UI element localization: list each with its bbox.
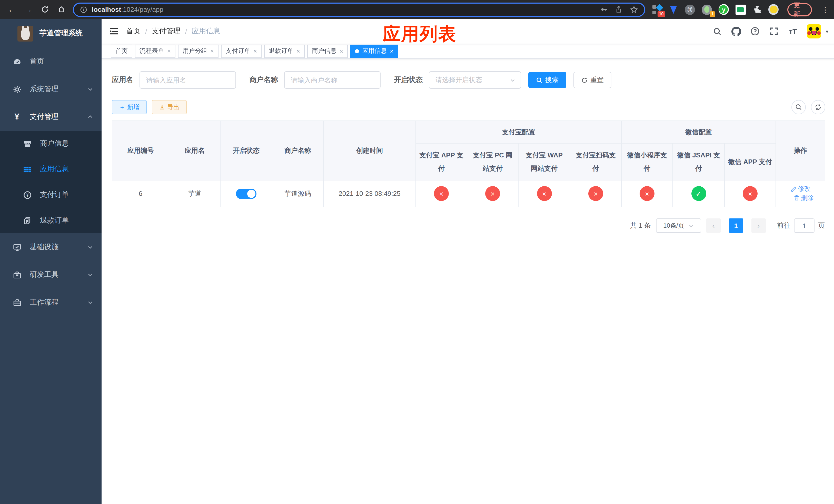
- breadcrumb-payment[interactable]: 支付管理: [152, 27, 180, 36]
- sidebar-item-pay-orders[interactable]: ¥ 支付订单: [0, 182, 102, 208]
- goto-page-input[interactable]: [794, 219, 814, 233]
- add-button[interactable]: ＋ 新增: [112, 100, 147, 114]
- refresh-table-button[interactable]: [811, 100, 825, 114]
- extension-chat-icon[interactable]: [736, 4, 746, 15]
- sidebar-collapse-icon[interactable]: [109, 26, 119, 37]
- add-button-label: 新增: [127, 103, 139, 112]
- col-app-id: 应用编号: [112, 121, 169, 180]
- edit-label: 修改: [798, 185, 811, 193]
- col-wx-mini: 微信小程序支付: [621, 143, 673, 180]
- app-name-input[interactable]: [139, 71, 236, 89]
- site-info-icon[interactable]: [80, 6, 87, 13]
- user-menu-caret-icon[interactable]: ▾: [826, 28, 828, 34]
- tag-merchant-info[interactable]: 商户信息×: [307, 44, 348, 58]
- extension-yudao-icon[interactable]: y: [719, 4, 729, 15]
- fullscreen-icon[interactable]: [769, 26, 779, 37]
- extension-kite-icon[interactable]: [668, 4, 678, 15]
- user-avatar[interactable]: [807, 24, 821, 39]
- breadcrumb-home[interactable]: 首页: [126, 27, 140, 36]
- sidebar-item-label: 研发工具: [30, 270, 87, 279]
- check-icon: ✓: [691, 186, 706, 201]
- sidebar-item-label: 工作流程: [30, 298, 87, 307]
- extension-tray-icon[interactable]: 1: [702, 4, 712, 15]
- export-button[interactable]: 导出: [152, 100, 187, 114]
- toggle-search-button[interactable]: [791, 100, 806, 114]
- close-icon[interactable]: ×: [167, 48, 171, 54]
- close-icon[interactable]: ×: [339, 48, 343, 54]
- sidebar-item-workflow[interactable]: 工作流程: [0, 289, 102, 316]
- sidebar-item-dev-tools[interactable]: 研发工具: [0, 261, 102, 289]
- github-icon[interactable]: [731, 26, 741, 37]
- active-dot: [355, 49, 359, 53]
- emoji-circle: [768, 4, 778, 15]
- sidebar-item-infra[interactable]: 基础设施: [0, 233, 102, 261]
- share-icon[interactable]: [615, 6, 623, 13]
- briefcase-icon: [12, 298, 22, 307]
- status-toggle[interactable]: [236, 188, 257, 199]
- breadcrumb-separator: /: [145, 27, 147, 36]
- tag-pay-orders[interactable]: 支付订单×: [221, 44, 262, 58]
- next-page-button[interactable]: ›: [751, 219, 766, 233]
- reset-button[interactable]: 重置: [573, 72, 611, 88]
- sidebar-logo-row[interactable]: 芋道管理系统: [0, 19, 102, 48]
- sidebar-item-refund-orders[interactable]: 退款订单: [0, 208, 102, 233]
- bookmark-star-icon[interactable]: [630, 5, 638, 14]
- header-search-icon[interactable]: [712, 26, 722, 37]
- delete-link[interactable]: 删除: [793, 193, 814, 202]
- sidebar-item-merchant-info[interactable]: 商户信息: [0, 131, 102, 156]
- help-icon[interactable]: [750, 26, 760, 37]
- sidebar-item-app-info[interactable]: 应用信息: [0, 156, 102, 182]
- status-select[interactable]: 请选择开启状态: [429, 71, 521, 89]
- page-size-select[interactable]: 10条/页: [656, 219, 701, 233]
- cell-app-name: 芋道: [169, 180, 220, 207]
- extensions-menu-icon[interactable]: [752, 4, 762, 15]
- search-button[interactable]: 搜索: [528, 72, 566, 88]
- tag-label: 首页: [115, 47, 128, 55]
- app-title: 芋道管理系统: [40, 29, 83, 38]
- password-key-icon[interactable]: [600, 6, 608, 13]
- browser-back-icon[interactable]: ←: [5, 3, 19, 16]
- close-icon[interactable]: ×: [297, 48, 300, 54]
- avatar-cheek: [807, 31, 811, 35]
- font-size-icon[interactable]: ᴛT: [788, 26, 798, 37]
- extension-badge: 1: [710, 11, 715, 17]
- cell-wx-app: ×: [724, 180, 776, 207]
- gear-icon: [12, 85, 22, 94]
- browser-forward-icon[interactable]: →: [22, 3, 35, 16]
- tag-refund-orders[interactable]: 退款订单×: [264, 44, 305, 58]
- tag-process-form[interactable]: 流程表单×: [135, 44, 175, 58]
- blue-diamond: [656, 4, 663, 11]
- close-icon[interactable]: ×: [254, 48, 257, 54]
- close-icon[interactable]: ×: [210, 48, 214, 54]
- current-page-button[interactable]: 1: [729, 219, 743, 233]
- browser-menu-icon[interactable]: ⋮: [822, 5, 829, 14]
- chat-square: [736, 4, 746, 15]
- sidebar-item-label: 支付订单: [40, 190, 69, 200]
- chevron-down-icon: [688, 223, 694, 228]
- url-bar[interactable]: localhost:1024/pay/app: [73, 2, 645, 17]
- browser-reload-icon[interactable]: [38, 3, 51, 16]
- extension-grid-icon[interactable]: 10: [653, 4, 662, 15]
- chevron-down-icon: [510, 77, 515, 83]
- profile-avatar-icon[interactable]: [768, 4, 778, 15]
- chevron-down-icon: [87, 244, 93, 250]
- merchant-name-input[interactable]: [284, 71, 380, 89]
- tag-user-group[interactable]: 用户分组×: [178, 44, 219, 58]
- sidebar-item-home[interactable]: 首页: [0, 48, 102, 75]
- sidebar-item-payment[interactable]: ¥ 支付管理: [0, 103, 102, 131]
- browser-home-icon[interactable]: [54, 3, 68, 16]
- refresh-icon: [581, 77, 588, 83]
- app-shell: 芋道管理系统 首页 系统管理 ¥ 支付管理: [0, 19, 834, 504]
- sidebar-item-label: 应用信息: [40, 165, 69, 174]
- tag-home[interactable]: 首页: [111, 44, 132, 58]
- browser-toolbar: ← → localhost:1024/pay/app: [0, 0, 834, 19]
- close-icon[interactable]: ×: [390, 48, 393, 54]
- edit-link[interactable]: 修改: [790, 185, 811, 193]
- prev-page-button[interactable]: ‹: [706, 219, 721, 233]
- page-title-annotation: 应用列表: [382, 22, 457, 46]
- tag-app-info[interactable]: 应用信息×: [350, 44, 398, 58]
- chrome-update-button[interactable]: 更新: [787, 3, 812, 16]
- sidebar-item-system[interactable]: 系统管理: [0, 75, 102, 103]
- col-actions: 操作: [776, 121, 825, 180]
- extension-command-icon[interactable]: ⌘: [685, 4, 695, 15]
